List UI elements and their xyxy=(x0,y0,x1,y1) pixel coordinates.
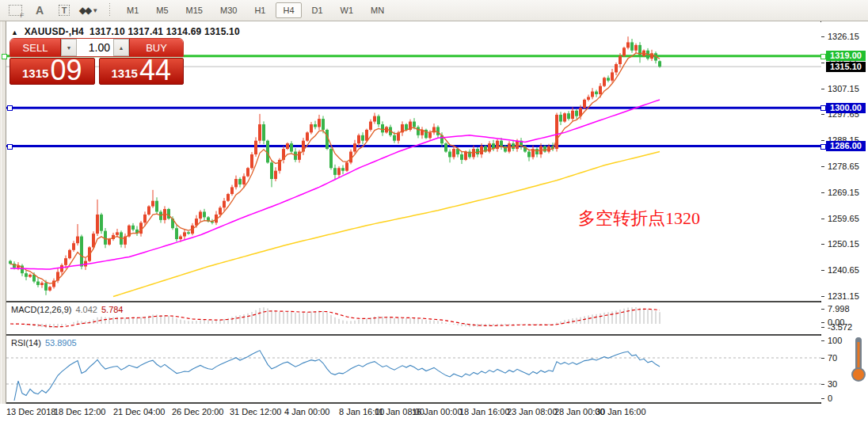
price-axis-tick: 1240.65 xyxy=(821,265,868,275)
macd-label: MACD(12,26,9)4.0425.784 xyxy=(11,305,123,314)
buy-price-display[interactable]: 1315 44 xyxy=(99,58,185,85)
time-axis-label: 4 Jan 00:00 xyxy=(284,407,330,416)
time-axis-label: 18 Dec 12:00 xyxy=(54,407,105,416)
time-axis-label: 31 Dec 12:00 xyxy=(230,407,281,416)
timeframe-button-m30[interactable]: M30 xyxy=(213,2,244,18)
price-axis-tick: 1278.65 xyxy=(821,162,868,171)
timeframe-button-h1[interactable]: H1 xyxy=(247,2,272,18)
hline-handle[interactable] xyxy=(820,105,826,111)
text-box-icon[interactable]: T xyxy=(55,2,74,18)
trading-terminal-window: F A T ◆◆▼ M1M5M15M30H1H4D1W1MN ▲ XAUUSD-… xyxy=(0,0,868,422)
hline-handle[interactable] xyxy=(820,144,826,150)
time-axis-label: 23 Jan 08:00 xyxy=(507,407,558,416)
chart-ohlc-title: ▲ XAUUSD-,H4 1317.10 1317.41 1314.69 131… xyxy=(11,26,240,37)
hline-handle[interactable] xyxy=(7,105,13,111)
time-axis: 13 Dec 201818 Dec 12:0021 Dec 04:0026 De… xyxy=(0,404,868,422)
price-axis-tick: 1269.15 xyxy=(821,188,868,197)
price-axis-tick: 1250.15 xyxy=(821,239,868,249)
price-badge: 1286.00 xyxy=(826,141,866,151)
toolbar-separator xyxy=(108,3,112,17)
price-badge: 1300.00 xyxy=(826,103,866,113)
triangle-icon: ▲ xyxy=(11,29,18,36)
time-axis-label: 26 Dec 20:00 xyxy=(172,407,223,416)
price-axis-tick: 0 xyxy=(821,393,868,403)
hline-handle[interactable] xyxy=(7,144,13,150)
time-axis-label: 18 Jan 16:00 xyxy=(459,407,510,416)
timeframe-buttons: M1M5M15M30H1H4D1W1MN xyxy=(118,2,393,18)
price-axis-tick: 1231.15 xyxy=(821,291,868,301)
price-axis-tick: 1307.15 xyxy=(821,84,868,93)
timeframe-button-d1[interactable]: D1 xyxy=(305,2,330,18)
time-axis-label: 21 Dec 04:00 xyxy=(113,407,165,416)
sell-price-display[interactable]: 1315 09 xyxy=(10,58,95,85)
toolbar: F A T ◆◆▼ M1M5M15M30H1H4D1W1MN xyxy=(0,0,868,21)
indicator-list-icon[interactable]: F xyxy=(6,2,25,18)
window-left-edge xyxy=(0,21,6,422)
price-axis-tick: 7.998 xyxy=(821,304,868,314)
rsi-label: RSI(14)53.8905 xyxy=(11,338,77,348)
timeframe-button-m1[interactable]: M1 xyxy=(120,2,146,18)
hline-handle[interactable] xyxy=(820,54,826,59)
timeframe-button-h4[interactable]: H4 xyxy=(276,2,301,18)
chevron-down-icon: ▼ xyxy=(92,7,98,14)
hline-handle[interactable] xyxy=(2,54,7,59)
price-axis-tick: 1326.15 xyxy=(821,32,868,41)
arrows-tool-icon[interactable]: ◆◆▼ xyxy=(79,2,98,18)
time-axis-label: 30 Jan 16:00 xyxy=(596,407,646,416)
price-badge: 1319.00 xyxy=(826,51,866,61)
chart-text-annotation[interactable]: 多空转折点1320 xyxy=(578,207,700,230)
timeframe-button-w1[interactable]: W1 xyxy=(333,2,361,18)
rsi-panel[interactable] xyxy=(6,336,821,402)
timeframe-button-m5[interactable]: M5 xyxy=(149,2,175,18)
price-badge: 1315.10 xyxy=(826,62,866,72)
time-axis-label: 13 Dec 2018 xyxy=(6,407,55,416)
one-click-trading-panel: SELL ▼ ▲ BUY 1315 09 1315 44 xyxy=(10,38,184,85)
timeframe-button-m15[interactable]: M15 xyxy=(179,2,210,18)
text-label-icon[interactable]: A xyxy=(30,2,49,18)
price-axis-tick: 1259.65 xyxy=(821,214,868,223)
volume-input[interactable] xyxy=(77,39,113,56)
price-axis-tick: -3.572 xyxy=(821,322,868,332)
thermometer-icon xyxy=(851,336,866,383)
volume-increase-button[interactable]: ▲ xyxy=(113,39,129,56)
timeframe-button-mn[interactable]: MN xyxy=(364,2,391,18)
time-axis-label: 16 Jan 00:00 xyxy=(412,407,463,416)
macd-panel[interactable] xyxy=(6,302,821,334)
